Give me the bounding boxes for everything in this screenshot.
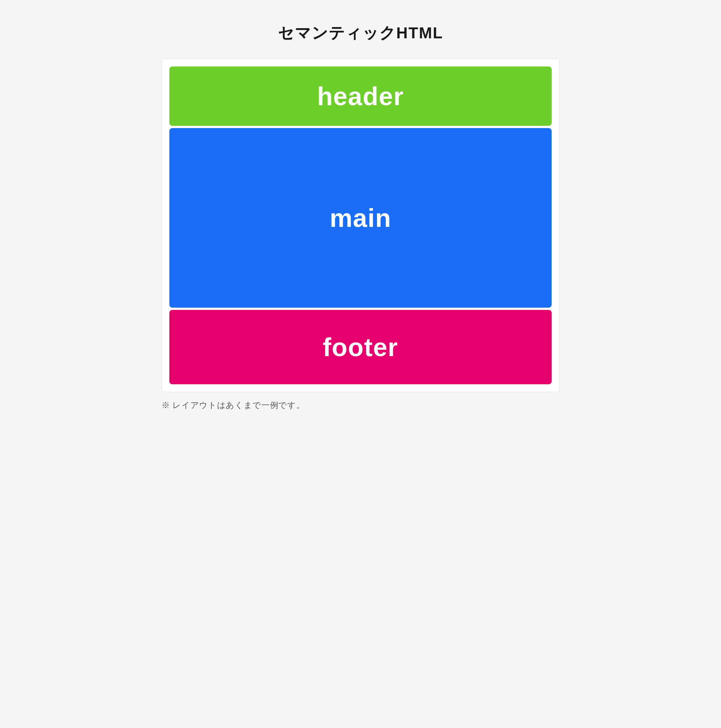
- footer-section: footer: [170, 310, 551, 384]
- main-section: main: [170, 128, 551, 307]
- main-label: main: [330, 203, 391, 232]
- page-container: セマンティックHTML header main footer ※ レイアウトはあ…: [162, 23, 559, 411]
- header-section: header: [170, 66, 551, 126]
- footnote-text: ※ レイアウトはあくまで一例です。: [162, 400, 559, 411]
- footer-label: footer: [323, 332, 399, 362]
- page-title: セマンティックHTML: [278, 23, 443, 44]
- diagram-wrapper: header main footer: [162, 59, 559, 392]
- header-label: header: [317, 81, 404, 111]
